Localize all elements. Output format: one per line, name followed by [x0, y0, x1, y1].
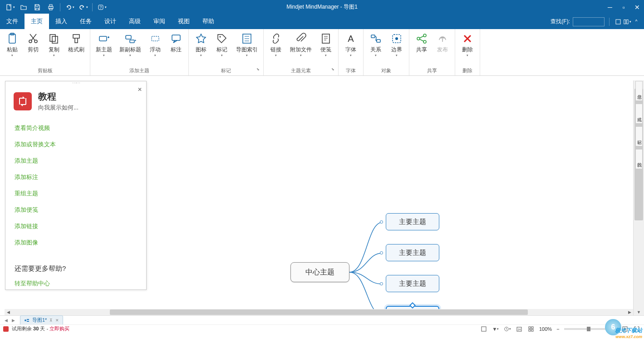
filter-icon[interactable]: ▼▾	[492, 325, 499, 333]
scroll-left-arrow[interactable]: ◀	[5, 310, 12, 314]
ribbon-share-button[interactable]: 共享	[412, 31, 431, 55]
minimize-button[interactable]: ─	[603, 0, 617, 14]
tutorial-link-1[interactable]: 添加或替换文本	[15, 136, 137, 153]
print-button[interactable]	[44, 2, 57, 13]
open-file-button[interactable]	[17, 2, 30, 13]
ribbon-tag-button[interactable]: 标记▾	[212, 31, 231, 59]
copy-icon	[48, 33, 60, 45]
side-tab-2[interactable]: 标记	[635, 126, 643, 146]
dropdown-arrow-icon: ▾	[375, 54, 377, 57]
menu-tab-3[interactable]: 任务	[74, 14, 98, 29]
ribbon-map-index-button[interactable]: 导图索引▾	[233, 31, 261, 59]
hscroll-thumb[interactable]	[110, 309, 527, 315]
tutorial-link-6[interactable]: 添加链接	[15, 218, 137, 234]
buy-now-link[interactable]: 立即购买	[49, 326, 69, 331]
horizontal-scrollbar[interactable]: ◀ ▶	[5, 309, 633, 315]
tutorial-link-0[interactable]: 查看简介视频	[15, 120, 137, 136]
link-icon	[270, 33, 282, 45]
doctab-close-icon[interactable]: ✕	[55, 318, 59, 323]
ribbon-relation-button[interactable]: 关系▾	[366, 31, 385, 59]
zoom-out-button[interactable]: −	[556, 326, 559, 332]
find-label: 查找(F):	[551, 18, 570, 25]
ribbon-callout-button[interactable]: 标注	[167, 31, 186, 55]
tutorial-link-4[interactable]: 重组主题	[15, 185, 137, 202]
book-icon[interactable]	[614, 18, 622, 26]
side-tab-3[interactable]: 我的	[635, 149, 643, 169]
new-file-button[interactable]: ▾	[4, 2, 16, 13]
help-button[interactable]: ?▾	[95, 2, 108, 13]
menu-tab-1[interactable]: 主页	[25, 14, 49, 29]
tutorial-link-7[interactable]: 添加图像	[15, 234, 137, 251]
menu-tab-6[interactable]: 审阅	[147, 14, 172, 29]
side-tab-0[interactable]: 信息	[635, 81, 643, 101]
close-window-button[interactable]: ✕	[630, 0, 644, 14]
sub-topic-2[interactable]: 主要主题	[386, 275, 439, 292]
panel-close-button[interactable]: ✕	[136, 86, 143, 93]
window-title: Mindjet MindManager - 导图1	[286, 3, 358, 11]
ribbon-icon-button[interactable]: 图标▾	[192, 31, 211, 59]
collapse-ribbon-icon[interactable]: ^	[632, 18, 640, 26]
pin-icon[interactable]: ⊼	[49, 318, 53, 323]
scroll-right-arrow[interactable]: ▶	[626, 310, 633, 314]
svg-rect-8	[626, 20, 628, 24]
view-mode-icon[interactable]	[480, 325, 487, 333]
layout-icon[interactable]: ▾	[623, 18, 631, 26]
svg-rect-39	[529, 327, 531, 329]
dropdown-arrow-icon: ▾	[129, 54, 131, 57]
save-button[interactable]	[31, 2, 44, 13]
menu-tab-7[interactable]: 视图	[172, 14, 196, 29]
menu-tab-4[interactable]: 设计	[98, 14, 123, 29]
ribbon-attach-button[interactable]: 附加文件▾	[287, 31, 315, 59]
ribbon-label: 新主题	[96, 46, 112, 53]
trial-status: 试用剩余 30 天 - 立即购买	[12, 325, 69, 332]
side-tab-1[interactable]: 格式	[635, 104, 643, 124]
ribbon-link-button[interactable]: 链接▾	[266, 31, 285, 59]
calendar-icon[interactable]: 24	[516, 325, 523, 333]
attach-icon	[295, 33, 307, 45]
ribbon-publish-button[interactable]: 发布	[433, 31, 452, 55]
zoom-slider[interactable]	[564, 328, 610, 330]
ribbon-new-topic-button[interactable]: 新主题▾	[93, 31, 115, 59]
redo-button[interactable]: ▾	[77, 2, 89, 13]
ribbon-label: 格式刷	[68, 46, 84, 53]
ribbon-copy-button[interactable]: 复制▾	[44, 31, 64, 59]
ribbon-format-painter-button[interactable]: 格式刷	[65, 31, 87, 55]
doctab-scroll-left[interactable]: ◀	[3, 317, 9, 324]
menu-right: 查找(F): ▾ ^	[551, 14, 640, 29]
sub-topic-0[interactable]: 主要主题	[386, 213, 439, 230]
ribbon-label: 共享	[416, 46, 427, 53]
menu-tab-5[interactable]: 高级	[123, 14, 147, 29]
ribbon-label: 复制	[49, 46, 59, 53]
tutorial-help-link[interactable]: 转至帮助中心	[5, 275, 146, 292]
ribbon-notes-button[interactable]: 便笺▾	[316, 31, 335, 59]
ribbon-paste-button[interactable]: 粘贴▾	[3, 31, 22, 59]
tutorial-link-3[interactable]: 添加标注	[15, 169, 137, 185]
ribbon-label: 标注	[171, 46, 182, 53]
ribbon-floating-button[interactable]: 浮动▾	[146, 31, 165, 59]
doctab-scroll-right[interactable]: ▶	[10, 317, 16, 324]
find-input[interactable]	[573, 17, 605, 26]
delete-icon	[462, 33, 473, 45]
tutorial-link-5[interactable]: 添加便笺	[15, 202, 137, 218]
undo-button[interactable]: ▾	[63, 2, 76, 13]
ribbon-cut-button[interactable]: 剪切	[24, 31, 43, 55]
center-topic[interactable]: 中心主题	[290, 262, 349, 282]
menu-tab-8[interactable]: 帮助	[196, 14, 221, 29]
menu-tab-0[interactable]: 文件	[0, 14, 25, 29]
ribbon-boundary-button[interactable]: 边界▾	[387, 31, 406, 59]
connector-dot	[380, 220, 383, 224]
clock-icon[interactable]: ▾	[504, 325, 511, 333]
ribbon-group-剪贴板: 粘贴▾剪切复制▾格式刷剪贴板	[0, 29, 90, 75]
maximize-button[interactable]: ▫	[617, 0, 630, 14]
ribbon-delete-button[interactable]: 删除▾	[458, 31, 477, 59]
ribbon-font-button[interactable]: A字体▾	[341, 31, 360, 59]
sub-topic-1[interactable]: 主要主题	[386, 244, 439, 261]
ribbon-label: 删除	[462, 46, 473, 53]
menu-tab-2[interactable]: 插入	[49, 14, 74, 29]
ribbon-new-subtopic-button[interactable]: 新副标题▾	[117, 31, 144, 59]
callout-icon	[170, 33, 182, 45]
tutorial-link-2[interactable]: 添加主题	[15, 153, 137, 169]
document-tabs: ◀ ▶ 导图1* ⊼ ✕	[0, 315, 644, 324]
document-tab[interactable]: 导图1* ⊼ ✕	[20, 315, 63, 325]
grid-icon[interactable]	[527, 325, 535, 333]
